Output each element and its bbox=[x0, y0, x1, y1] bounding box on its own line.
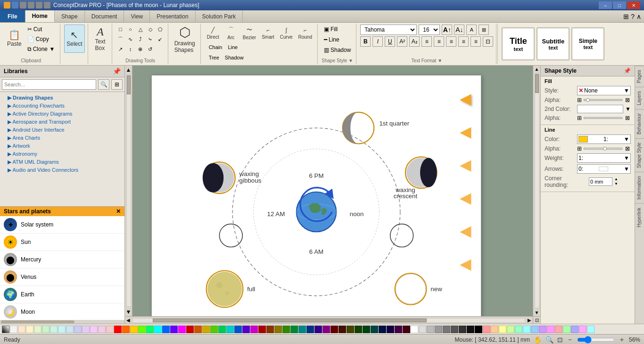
select-button[interactable]: ↖ Select bbox=[64, 25, 84, 53]
bold-button[interactable]: B bbox=[360, 36, 371, 47]
color-cell[interactable] bbox=[10, 326, 17, 333]
view-toggle-button[interactable]: ⊞ bbox=[111, 79, 123, 90]
scroll-up-button[interactable]: ▲ bbox=[125, 66, 132, 74]
corner-down-button[interactable]: ▼ bbox=[614, 182, 618, 186]
tree-item-astronomy[interactable]: ▶ Astronomy bbox=[0, 150, 124, 158]
color-cell[interactable] bbox=[250, 326, 258, 333]
tree-item-accounting[interactable]: ▶ Accounting Flowcharts bbox=[0, 102, 124, 110]
curve-button[interactable]: ∫ Curve bbox=[278, 25, 295, 42]
search-button[interactable]: 🔍 bbox=[98, 79, 109, 90]
fill-2nd-alpha-slider[interactable] bbox=[584, 117, 622, 119]
align-justify-button[interactable]: ≡ bbox=[458, 36, 469, 47]
app-icon-2[interactable] bbox=[12, 2, 18, 8]
color-cell[interactable] bbox=[347, 326, 354, 333]
color-cell[interactable] bbox=[266, 326, 274, 333]
canvas-area[interactable]: 6 PM 12 AM noon 6 AM 1st quarter bbox=[132, 66, 533, 316]
color-cell[interactable] bbox=[322, 326, 330, 333]
color-cell[interactable] bbox=[411, 326, 418, 333]
arrow-tool[interactable]: ↙ bbox=[156, 34, 165, 44]
app-icon-1[interactable] bbox=[4, 2, 10, 8]
h-scrollbar-thumb[interactable] bbox=[153, 319, 427, 322]
tab-shape[interactable]: Shape bbox=[55, 10, 85, 22]
vtab-hyperlink[interactable]: Hyperlink bbox=[635, 203, 644, 231]
bezier-button[interactable]: 〜 Bezier bbox=[240, 25, 258, 42]
scroll-right-up-button[interactable]: ▲ bbox=[534, 66, 540, 73]
color-cell[interactable] bbox=[74, 326, 82, 333]
color-cell[interactable] bbox=[483, 326, 490, 333]
solar-system-item[interactable]: ✦ Solar system bbox=[0, 216, 124, 234]
color-cell[interactable] bbox=[515, 326, 522, 333]
tree-item-active-directory[interactable]: ▶ Active Directory Diagrams bbox=[0, 110, 124, 118]
corner-up-button[interactable]: ▲ bbox=[614, 177, 618, 182]
line-alpha-reset[interactable]: ⊠ bbox=[624, 145, 631, 152]
align-right-button[interactable]: ≡ bbox=[446, 36, 456, 47]
underline-button[interactable]: U bbox=[385, 36, 395, 47]
diamond-tool[interactable]: ◇ bbox=[146, 25, 155, 34]
maximize-button[interactable]: □ bbox=[613, 1, 626, 9]
color-cell[interactable] bbox=[467, 326, 474, 333]
fill-2nd-alpha-reset[interactable]: ⊠ bbox=[624, 115, 631, 121]
color-cell[interactable] bbox=[306, 326, 314, 333]
color-cell[interactable] bbox=[178, 326, 186, 333]
color-cell[interactable] bbox=[539, 326, 546, 333]
sun-item[interactable]: ☀ Sun bbox=[0, 234, 124, 251]
app-icon-4[interactable] bbox=[28, 2, 34, 8]
app-icon-5[interactable] bbox=[36, 2, 42, 8]
shadow-button-ribbon[interactable]: ▥ Shadow bbox=[322, 45, 353, 55]
expand-icon[interactable]: ∧ bbox=[636, 13, 641, 20]
plus-tool[interactable]: ⊕ bbox=[136, 44, 145, 54]
color-cell[interactable] bbox=[531, 326, 538, 333]
hand-icon[interactable]: ✋ bbox=[534, 336, 542, 344]
tab-view[interactable]: View bbox=[124, 10, 150, 22]
corner-rounding-input[interactable] bbox=[589, 177, 612, 186]
color-cell[interactable] bbox=[443, 326, 450, 333]
more-text-button[interactable]: ⊡ bbox=[483, 36, 493, 47]
color-cell[interactable] bbox=[507, 326, 514, 333]
line-color-dropdown[interactable]: 1: ▼ bbox=[577, 134, 631, 144]
color-cell[interactable] bbox=[226, 326, 234, 333]
align-center-button[interactable]: ≡ bbox=[434, 36, 444, 47]
font-color-button[interactable]: A bbox=[466, 25, 477, 35]
color-cell[interactable] bbox=[258, 326, 266, 333]
color-cell[interactable] bbox=[26, 326, 33, 333]
color-cell[interactable] bbox=[555, 326, 562, 333]
color-cell[interactable] bbox=[499, 326, 506, 333]
pin-icon[interactable]: 📌 bbox=[113, 67, 121, 75]
color-cell[interactable] bbox=[210, 326, 218, 333]
color-cell[interactable] bbox=[339, 326, 346, 333]
color-cell[interactable] bbox=[547, 326, 554, 333]
color-cell[interactable] bbox=[242, 326, 250, 333]
color-cell[interactable] bbox=[491, 326, 498, 333]
arc-connector-button[interactable]: ⌒ Arc bbox=[223, 25, 239, 42]
color-cell[interactable] bbox=[363, 326, 370, 333]
italic-button[interactable]: I bbox=[372, 36, 383, 47]
app-icon-6[interactable] bbox=[44, 2, 50, 8]
fill-alpha-reset[interactable]: ⊠ bbox=[624, 97, 631, 103]
line-button[interactable]: Line bbox=[225, 42, 240, 52]
color-cell[interactable] bbox=[403, 326, 410, 333]
rotate-tool[interactable]: ↺ bbox=[146, 44, 155, 54]
stars-scrollbar-thumb[interactable] bbox=[1, 320, 74, 323]
tree-item-drawing-shapes[interactable]: ▶ Drawing Shapes bbox=[0, 94, 124, 102]
tab-presentation[interactable]: Presentation bbox=[150, 10, 195, 22]
zoom-icon[interactable]: 🔍 bbox=[545, 336, 553, 344]
moon-item[interactable]: 🌙 Moon bbox=[0, 303, 124, 320]
simple-style-box[interactable]: Simple text bbox=[571, 27, 604, 60]
color-cell[interactable] bbox=[234, 326, 242, 333]
zoom-slider[interactable] bbox=[577, 336, 615, 344]
color-cell[interactable] bbox=[194, 326, 202, 333]
tree-item-aerospace[interactable]: ▶ Aerospace and Transport bbox=[0, 118, 124, 126]
scroll-right-down-button[interactable]: ▼ bbox=[534, 309, 540, 316]
scroll-left-button[interactable]: ◀ bbox=[125, 318, 132, 323]
fill-style-dropdown[interactable]: ✕ None ▼ bbox=[577, 86, 631, 95]
zoom-in-button[interactable]: ＋ bbox=[619, 336, 625, 344]
vtab-information[interactable]: Information bbox=[635, 172, 644, 203]
font-size-select[interactable]: 16 bbox=[419, 25, 440, 35]
color-picker-button[interactable] bbox=[2, 326, 9, 333]
color-cell[interactable] bbox=[218, 326, 226, 333]
color-cell[interactable] bbox=[314, 326, 322, 333]
color-cell[interactable] bbox=[42, 326, 50, 333]
color-cell[interactable] bbox=[58, 326, 66, 333]
color-cell[interactable] bbox=[130, 326, 138, 333]
color-cell[interactable] bbox=[475, 326, 482, 333]
